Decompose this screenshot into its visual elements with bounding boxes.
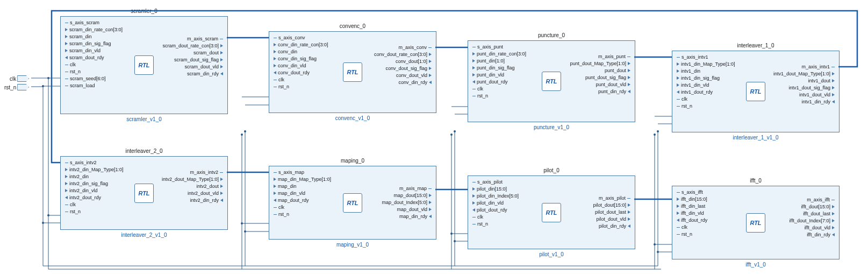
svg-point-2 bbox=[241, 134, 243, 136]
rtl-icon: RTL bbox=[134, 55, 154, 75]
rtl-icon: RTL bbox=[134, 184, 154, 203]
svg-point-6 bbox=[654, 134, 656, 136]
block-footer: scramler_v1_0 bbox=[61, 116, 227, 122]
rtl-icon: RTL bbox=[343, 193, 362, 213]
block-maping: maping_0 s_axis_map map_din_Map_Type[1:0… bbox=[269, 166, 436, 240]
block-title: maping_0 bbox=[269, 158, 436, 164]
block-footer: interleaver_1_v1_0 bbox=[672, 135, 839, 140]
block-title: pilot_0 bbox=[468, 167, 635, 173]
block-scrambler: scramler_0 s_axis_scram scram_din_rate_c… bbox=[60, 16, 228, 114]
block-footer: interleaver_2_v1_0 bbox=[61, 232, 227, 238]
ext-port-clk: clk bbox=[10, 75, 29, 82]
svg-point-12 bbox=[450, 233, 453, 235]
block-footer: maping_v1_0 bbox=[269, 242, 436, 248]
svg-point-5 bbox=[454, 130, 456, 132]
ports-left: s_axis_scram scram_din_rate_con[3:0] scr… bbox=[61, 17, 144, 114]
rtl-icon: RTL bbox=[343, 62, 362, 82]
port-shape-icon bbox=[17, 84, 29, 90]
block-title: scramler_0 bbox=[61, 8, 227, 14]
ext-port-label: clk bbox=[10, 76, 16, 82]
svg-point-1 bbox=[42, 85, 44, 87]
svg-point-14 bbox=[654, 243, 656, 245]
svg-point-11 bbox=[244, 230, 246, 233]
block-footer: convenc_v1_0 bbox=[269, 115, 436, 121]
block-title: ifft_0 bbox=[672, 178, 839, 184]
block-footer: puncture_v1_0 bbox=[468, 124, 635, 130]
rtl-icon: RTL bbox=[746, 213, 765, 233]
block-interleaver1: interleaver_1_0 s_axis_intv1 intv1_din_M… bbox=[672, 51, 840, 132]
svg-point-9 bbox=[42, 222, 44, 224]
svg-point-10 bbox=[241, 222, 243, 224]
rtl-icon: RTL bbox=[542, 72, 561, 91]
ext-port-rstn: rst_n bbox=[4, 84, 29, 90]
rtl-icon: RTL bbox=[746, 82, 765, 101]
svg-point-8 bbox=[47, 214, 49, 216]
block-footer: ifft_v1_0 bbox=[672, 262, 839, 268]
block-title: interleaver_1_0 bbox=[672, 43, 839, 48]
block-title: convenc_0 bbox=[269, 23, 436, 29]
block-footer: pilot_v1_0 bbox=[468, 251, 635, 257]
svg-point-0 bbox=[47, 77, 49, 79]
svg-point-15 bbox=[657, 251, 659, 253]
block-diagram: { "external_ports": { "clk": "clk", "rst… bbox=[0, 0, 868, 274]
svg-point-4 bbox=[450, 134, 453, 136]
block-pilot: pilot_0 s_axis_pilot pilot_din[15:0] pil… bbox=[468, 175, 635, 249]
port-shape-icon bbox=[17, 75, 29, 82]
block-ifft: ifft_0 s_axis_ifft ifft_din[15:0] ifft_d… bbox=[672, 186, 840, 259]
svg-point-13 bbox=[454, 240, 456, 242]
svg-point-7 bbox=[657, 130, 659, 132]
rtl-icon: RTL bbox=[542, 203, 561, 222]
block-interleaver2: interleaver_2_0 s_axis_intv2 intv2_din_M… bbox=[60, 156, 228, 230]
block-convenc: convenc_0 s_axis_conv conv_din_rate_con[… bbox=[269, 31, 436, 113]
block-title: puncture_0 bbox=[468, 32, 635, 38]
block-title: interleaver_2_0 bbox=[61, 148, 227, 154]
svg-point-3 bbox=[244, 130, 246, 132]
block-puncture: puncture_0 s_axis_punt punt_din_rate_con… bbox=[468, 40, 635, 122]
ports-right: m_axis_scram scram_dout_rate_con[3:0] sc… bbox=[144, 17, 227, 114]
ext-port-label: rst_n bbox=[4, 85, 16, 90]
